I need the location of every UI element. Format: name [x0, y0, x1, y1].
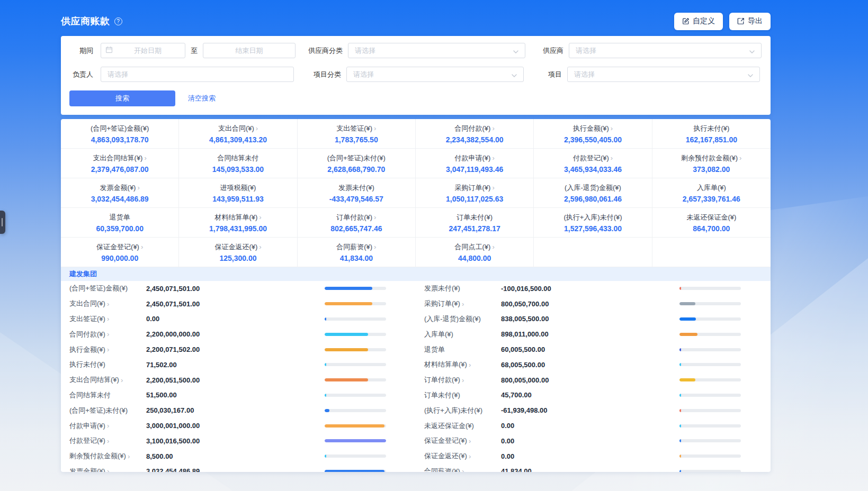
progress-bar-fill [325, 454, 326, 458]
group-header[interactable]: 建发集团 [61, 267, 771, 281]
detail-row-label[interactable]: 付款申请(¥)› [69, 421, 146, 431]
detail-row-label[interactable]: 发票金额(¥)› [69, 467, 146, 472]
end-date-field[interactable] [208, 47, 291, 54]
summary-cell-value: 2,657,339,761.46 [683, 195, 740, 203]
detail-row: 保证金登记(¥)›0.00 [416, 433, 771, 449]
progress-bar [679, 363, 741, 366]
detail-row-label[interactable]: 支出签证(¥)› [69, 314, 146, 324]
side-drawer-handle[interactable] [0, 211, 5, 234]
summary-cell[interactable]: 合同点工(¥)›44,800.00 [416, 238, 534, 267]
export-label: 导出 [748, 16, 763, 26]
summary-cell-value: 44,800.00 [458, 254, 491, 262]
detail-row-label[interactable]: 订单付款(¥)› [424, 375, 501, 385]
search-button[interactable]: 搜索 [69, 90, 175, 106]
owner-field[interactable] [108, 70, 287, 78]
summary-cell-label: (入库-退货)金额(¥) [565, 183, 621, 193]
summary-cell[interactable]: 材料结算单(¥)›1,798,431,995.00 [179, 208, 297, 238]
start-date-field[interactable] [115, 47, 181, 54]
detail-row-label: 订单未付(¥) [424, 390, 501, 400]
summary-cell[interactable]: 保证金返还(¥)›125,300.00 [179, 238, 297, 267]
summary-cell-value: 864,700.00 [693, 224, 730, 233]
summary-cell[interactable]: 支出合同结算(¥)›2,379,476,087.00 [61, 149, 179, 178]
detail-row-value: 3,100,016,500.00 [146, 437, 325, 445]
detail-row-label[interactable]: 采购订单(¥)› [424, 299, 501, 308]
progress-bar [325, 287, 386, 290]
project-select[interactable]: 请选择 [567, 67, 760, 82]
detail-row-label[interactable]: 材料结算单(¥)› [424, 360, 501, 369]
summary-cell[interactable]: 合同薪资(¥)›41,834.00 [298, 238, 416, 267]
detail-row-label[interactable]: 合同薪资(¥)› [424, 467, 501, 472]
chevron-down-icon [512, 70, 517, 79]
detail-row: 付款登记(¥)›3,100,016,500.00 [61, 433, 416, 449]
clear-search-link[interactable]: 清空搜索 [188, 94, 216, 103]
summary-cell-label: 发票金额(¥)› [100, 183, 140, 193]
summary-cell[interactable]: 发票金额(¥)›3,032,454,486.89 [61, 178, 179, 208]
supplier-category-select[interactable]: 请选择 [348, 43, 525, 58]
summary-cell-value: 1,527,596,433.00 [564, 224, 622, 233]
summary-cell: (合同+签证)金额(¥)4,863,093,178.70 [61, 119, 179, 149]
detail-row: 付款申请(¥)›3,000,001,000.00 [61, 418, 416, 433]
chevron-right-icon: › [128, 452, 130, 460]
detail-row-label[interactable]: 执行金额(¥)› [69, 345, 146, 354]
summary-cell[interactable]: 付款申请(¥)›3,047,119,493.46 [416, 149, 534, 178]
filter-panel: 期间 至 供应商分类 请选择 供应商 请选择 [61, 36, 771, 115]
owner-input[interactable] [101, 67, 294, 82]
chevron-right-icon: › [256, 124, 258, 132]
detail-row-label[interactable]: 保证金返还(¥)› [424, 451, 501, 461]
summary-cell[interactable]: 剩余预付款金额(¥)›373,082.00 [652, 149, 771, 178]
progress-bar-fill [679, 470, 681, 472]
end-date-input[interactable] [203, 43, 296, 58]
summary-cell-label: 剩余预付款金额(¥)› [681, 153, 741, 163]
summary-cell-label: (合同+签证)未付(¥) [327, 153, 386, 163]
summary-cell[interactable]: 执行金额(¥)›2,396,550,405.00 [534, 119, 652, 149]
summary-cell[interactable]: 采购订单(¥)›1,050,117,025.63 [416, 178, 534, 208]
detail-row-label[interactable]: 支出合同结算(¥)› [69, 375, 146, 385]
supplier-category-placeholder: 请选择 [355, 46, 375, 56]
export-button[interactable]: 导出 [729, 13, 771, 30]
help-icon[interactable]: ? [114, 17, 122, 25]
summary-cell-label: 退货单 [110, 213, 130, 222]
detail-row-label[interactable]: 支出合同(¥)› [69, 299, 146, 308]
summary-cell[interactable]: 付款登记(¥)›3,465,934,033.46 [534, 149, 652, 178]
summary-cell: 退货单60,359,700.00 [61, 208, 179, 238]
project-category-label: 项目分类 [299, 70, 341, 79]
detail-row: 发票未付(¥)-100,016,500.00 [416, 281, 771, 296]
summary-cell[interactable]: 合同付款(¥)›2,234,382,554.00 [416, 119, 534, 149]
detail-row-label[interactable]: 付款登记(¥)› [69, 436, 146, 445]
chevron-right-icon: › [492, 154, 494, 162]
detail-row-label: 退货单 [424, 345, 501, 354]
progress-bar-fill [679, 317, 696, 321]
progress-bar-fill [679, 348, 681, 351]
project-category-select[interactable]: 请选择 [346, 67, 524, 82]
summary-cell-value: 1,050,117,025.63 [446, 195, 503, 203]
progress-bar-fill [679, 409, 681, 412]
customize-button[interactable]: 自定义 [674, 13, 723, 30]
progress-bar [679, 439, 741, 442]
summary-cell: (执行+入库)未付(¥)1,527,596,433.00 [534, 208, 652, 238]
progress-bar [325, 348, 386, 351]
summary-cell[interactable]: 订单付款(¥)›802,665,747.46 [298, 208, 416, 238]
progress-bar [679, 287, 741, 290]
summary-cell[interactable]: 保证金登记(¥)›990,000.00 [61, 238, 179, 267]
progress-bar-fill [325, 302, 372, 305]
supplier-label: 供应商 [539, 46, 563, 56]
chevron-right-icon: › [462, 467, 464, 472]
summary-cell-value: 4,861,309,413.20 [209, 135, 267, 144]
summary-cell-empty [652, 238, 771, 267]
detail-row-value: 838,005,500.00 [501, 315, 679, 323]
summary-cell[interactable]: 支出签证(¥)›1,783,765.50 [298, 119, 416, 149]
summary-cell-value: 145,093,533.00 [212, 165, 264, 174]
detail-row-label[interactable]: 保证金登记(¥)› [424, 436, 501, 445]
summary-cell[interactable]: 支出合同(¥)›4,861,309,413.20 [179, 119, 297, 149]
start-date-input[interactable] [101, 43, 185, 58]
summary-cell-value: 2,596,980,061.46 [564, 195, 622, 203]
progress-bar [679, 424, 741, 428]
edit-icon [682, 17, 690, 25]
progress-bar [325, 470, 386, 472]
supplier-select[interactable]: 请选择 [569, 43, 762, 58]
progress-bar-fill [679, 287, 681, 290]
detail-row-label[interactable]: 剩余预付款金额(¥)› [69, 451, 146, 461]
detail-row: 合同结算未付51,500.00 [61, 388, 416, 403]
detail-row-label[interactable]: 合同付款(¥)› [69, 330, 146, 339]
summary-cell-value: 3,032,454,486.89 [91, 195, 149, 203]
